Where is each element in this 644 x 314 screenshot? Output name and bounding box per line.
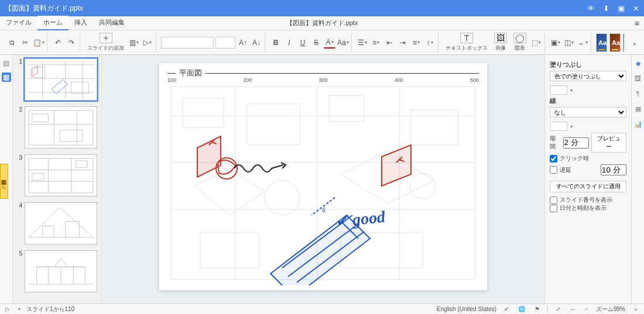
show-slide-no-check[interactable] bbox=[550, 196, 557, 204]
eye-icon[interactable]: 👁 bbox=[587, 4, 595, 13]
align-obj-icon[interactable]: ⫠▾ bbox=[577, 37, 588, 49]
slide-thumb[interactable]: 4 bbox=[15, 202, 99, 244]
thumbnails-view-icon[interactable]: ▤ bbox=[2, 58, 11, 68]
spellcheck-icon[interactable]: ✔ bbox=[502, 306, 511, 312]
side-tag[interactable]: 資料編集ツール bbox=[0, 164, 8, 199]
tab-file[interactable]: ファイル bbox=[0, 16, 37, 30]
show-datetime-label: 日付と時刻を表示 bbox=[560, 204, 607, 212]
close-icon[interactable]: ✕ bbox=[633, 4, 639, 13]
slide-thumb[interactable]: 2 bbox=[15, 106, 99, 149]
fit-slide-icon[interactable]: ⤢ bbox=[554, 306, 562, 312]
textbox-button[interactable]: T テキストボックス bbox=[443, 32, 490, 53]
line-color-icon[interactable]: ◫▾ bbox=[563, 37, 575, 49]
numbering-icon[interactable]: ≡▾ bbox=[370, 37, 382, 49]
add-slide-button[interactable]: ＋ スライドの追加 bbox=[85, 32, 126, 53]
slide-thumb-image bbox=[25, 154, 97, 196]
fill-color-icon[interactable]: ▣▾ bbox=[550, 37, 561, 49]
tab-collab[interactable]: 共同編集 bbox=[93, 16, 131, 30]
zoom-in-icon[interactable]: ＋ bbox=[631, 305, 640, 313]
image-label: 画像 bbox=[495, 44, 506, 52]
outline-view-icon[interactable]: ▦ bbox=[2, 73, 11, 82]
hamburger-icon[interactable]: ≡ bbox=[630, 19, 644, 28]
show-datetime-check[interactable] bbox=[550, 205, 557, 212]
align-icon[interactable]: ≡▾ bbox=[410, 37, 422, 49]
arrange-icon[interactable]: ⬚▾ bbox=[530, 37, 542, 49]
spacing-icon[interactable]: ↕▾ bbox=[424, 37, 436, 49]
case-icon[interactable]: Aa▾ bbox=[337, 37, 349, 49]
text-settings-icon[interactable]: ¶ bbox=[633, 89, 643, 98]
slide-canvas[interactable]: 平面図 100 200 300 400 500 bbox=[159, 63, 487, 290]
fit-width-icon[interactable]: ↔ bbox=[568, 306, 577, 312]
slide-thumb-image bbox=[25, 58, 97, 101]
theme-thumb[interactable]: Aa bbox=[596, 33, 607, 52]
delay-check[interactable] bbox=[550, 166, 557, 174]
feedback-icon[interactable]: ⚑ bbox=[533, 306, 542, 312]
onclick-checkbox[interactable]: クリック時 bbox=[550, 154, 626, 163]
slideshow-icon[interactable]: ▷ bbox=[4, 306, 12, 312]
font-shrink-icon[interactable]: A↓ bbox=[251, 37, 262, 49]
theme-thumb[interactable]: Aa bbox=[623, 33, 624, 52]
preview-button[interactable]: プレビュー bbox=[591, 133, 626, 153]
redo-icon[interactable]: ↷ bbox=[66, 37, 77, 49]
slide-thumb[interactable]: 5 bbox=[15, 250, 99, 292]
shape-settings-icon[interactable]: ◆ bbox=[633, 58, 643, 68]
show-slide-no-checkbox[interactable]: スライド番号を表示 bbox=[550, 196, 626, 204]
fill-type-select[interactable]: 色での塗りつぶし bbox=[550, 71, 626, 81]
strike-icon[interactable]: S bbox=[310, 37, 322, 49]
table-settings-icon[interactable]: ▦ bbox=[633, 104, 643, 113]
layout-icon[interactable]: ▥▾ bbox=[128, 37, 140, 49]
shape-button[interactable]: ◯ 図形 bbox=[511, 32, 529, 53]
globe-icon[interactable]: 🌐 bbox=[516, 306, 527, 312]
play-icon[interactable]: ▷▾ bbox=[142, 37, 153, 49]
status-bar: ▷ ▾ スライド1から110 English (United States) ✔… bbox=[0, 303, 644, 314]
svg-rect-7 bbox=[183, 98, 224, 127]
image-settings-icon[interactable]: 🖼 bbox=[633, 74, 643, 83]
paste-icon[interactable]: 📋▾ bbox=[33, 37, 44, 49]
slide-number: 2 bbox=[15, 106, 22, 149]
line-color-swatch[interactable] bbox=[550, 122, 567, 131]
canvas-area[interactable]: 平面図 100 200 300 400 500 bbox=[102, 55, 544, 303]
copy-icon[interactable]: ⧉ bbox=[6, 37, 18, 49]
present-icon[interactable]: ▣ bbox=[618, 4, 625, 13]
undo-icon[interactable]: ↶ bbox=[52, 37, 64, 49]
show-datetime-checkbox[interactable]: 日付と時刻を表示 bbox=[550, 204, 626, 212]
slide-thumb-image bbox=[25, 106, 97, 149]
download-icon[interactable]: ⬇ bbox=[603, 4, 609, 13]
bullets-icon[interactable]: ☰▾ bbox=[357, 37, 368, 49]
slide-panel[interactable]: 12345 bbox=[13, 55, 102, 303]
toolbar: ⧉ ✂ 📋▾ ↶ ↷ ＋ スライドの追加 ▥▾ ▷▾ A↑ A↓ B I U S… bbox=[0, 30, 644, 55]
indent-inc-icon[interactable]: ⇥ bbox=[397, 37, 409, 49]
cut-icon[interactable]: ✂ bbox=[19, 37, 31, 49]
chart-settings-icon[interactable]: 📊 bbox=[633, 119, 643, 129]
svg-rect-10 bbox=[411, 110, 458, 145]
line-type-select[interactable]: なし bbox=[550, 107, 626, 118]
theme-more-icon[interactable]: ⌄ bbox=[629, 37, 640, 49]
font-color-icon[interactable]: A▾ bbox=[324, 37, 335, 49]
fill-color-swatch[interactable] bbox=[550, 85, 567, 95]
language-indicator[interactable]: English (United States) bbox=[437, 306, 496, 312]
theme-thumb[interactable]: Aa bbox=[609, 33, 621, 52]
tab-home[interactable]: ホーム bbox=[37, 16, 68, 30]
image-button[interactable]: 🖼 画像 bbox=[492, 32, 509, 53]
apply-all-button[interactable]: すべてのスライドに適用 bbox=[550, 181, 626, 192]
tab-insert[interactable]: 挿入 bbox=[68, 16, 93, 30]
line-section-title: 線 bbox=[550, 97, 626, 105]
duration-input[interactable] bbox=[563, 137, 589, 149]
indent-dec-icon[interactable]: ⇤ bbox=[383, 37, 395, 49]
font-select[interactable] bbox=[161, 37, 214, 49]
slide-thumb[interactable]: 3 bbox=[15, 154, 99, 196]
italic-icon[interactable]: I bbox=[283, 37, 295, 49]
delay-checkbox[interactable]: 遅延 bbox=[550, 166, 571, 174]
slide-thumb[interactable]: 1 bbox=[15, 58, 99, 101]
fill-section-title: 塗りつぶし bbox=[550, 61, 626, 69]
slide-number: 3 bbox=[15, 154, 22, 196]
delay-input[interactable] bbox=[601, 164, 626, 175]
slide-number: 5 bbox=[15, 250, 22, 292]
zoom-out-icon[interactable]: − bbox=[583, 306, 590, 312]
bold-icon[interactable]: B bbox=[270, 37, 282, 49]
underline-icon[interactable]: U bbox=[297, 37, 309, 49]
slide-position: スライド1から110 bbox=[26, 305, 74, 313]
font-size-select[interactable] bbox=[215, 37, 235, 49]
font-grow-icon[interactable]: A↑ bbox=[237, 37, 249, 49]
onclick-check[interactable] bbox=[550, 155, 557, 163]
